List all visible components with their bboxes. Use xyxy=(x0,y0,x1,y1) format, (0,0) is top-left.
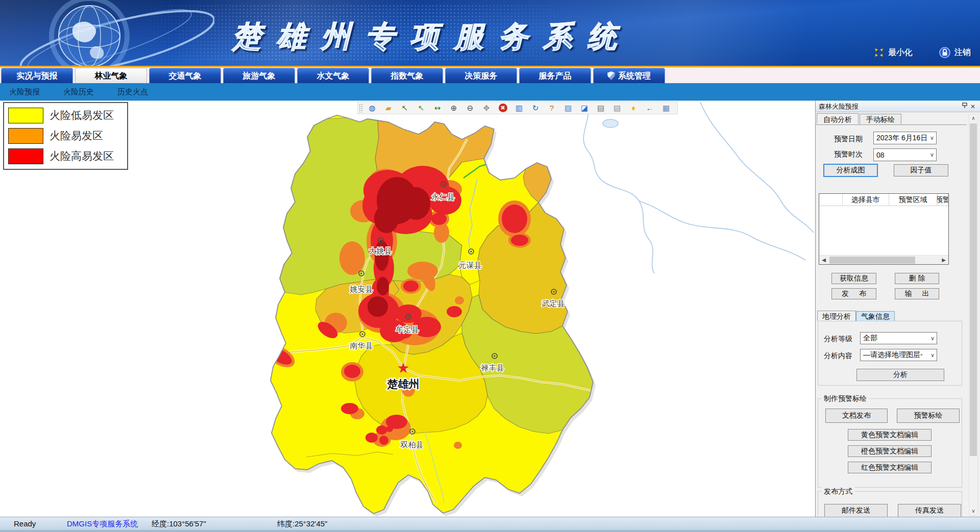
publish-button[interactable]: 发 布 xyxy=(831,288,876,299)
print-setup-icon[interactable]: ▤ xyxy=(609,103,625,113)
chevron-down-icon: ∨ xyxy=(928,135,936,141)
yellow-warning-doc-button[interactable]: 黄色预警文档编辑 xyxy=(848,429,932,441)
red-warning-doc-button[interactable]: 红色预警文档编辑 xyxy=(848,462,932,473)
pin-marker-icon[interactable]: ♦ xyxy=(625,103,642,113)
scroll-thumb[interactable] xyxy=(829,257,915,264)
panel-tab-strip: 自动分析手动标绘 xyxy=(817,114,902,124)
stop-icon[interactable]: ✖ xyxy=(495,103,511,113)
get-info-button[interactable]: 获取信息 xyxy=(831,273,876,284)
nav-tab-林业气象[interactable]: 林业气象 xyxy=(75,68,147,83)
factor-value-button[interactable]: 因子值 xyxy=(894,164,948,176)
panel-tab-手动标绘[interactable]: 手动标绘 xyxy=(860,114,901,124)
map-window-icon: ▥ xyxy=(515,104,524,112)
export-button[interactable]: 输 出 xyxy=(895,288,939,299)
refresh-icon[interactable]: ↻ xyxy=(527,103,544,113)
fax-send-button[interactable]: 传真发送 xyxy=(898,504,961,517)
list-column-header-预警区域[interactable]: 预警区域 xyxy=(889,194,937,206)
image-icon: ▨ xyxy=(564,104,573,112)
nav-tab-label: 服务产品 xyxy=(539,68,572,83)
warning-list-body[interactable] xyxy=(819,206,948,246)
overview-map-icon[interactable]: ▦ xyxy=(658,103,674,113)
analysis-level-label: 分析等级 xyxy=(824,335,852,344)
nav-tab-交通气象[interactable]: 交通气象 xyxy=(149,68,221,83)
nav-tab-label: 实况与预报 xyxy=(17,68,58,83)
map-window-icon[interactable]: ▥ xyxy=(511,103,527,113)
analysis-tab-地理分析[interactable]: 地理分析 xyxy=(817,311,856,321)
horizontal-scrollbar[interactable]: ◀ ▶ xyxy=(819,255,948,264)
orange-warning-doc-button[interactable]: 橙色预警文档编辑 xyxy=(848,445,932,457)
send-method-group: 发布方式 邮件发送 传真发送 xyxy=(818,491,962,517)
panel-tab-自动分析[interactable]: 自动分析 xyxy=(817,113,859,124)
warn-date-combo[interactable]: 2023年 6月16日 ∨ xyxy=(873,132,937,144)
measure-icon[interactable]: ▰ xyxy=(380,103,397,113)
warning-list[interactable]: 选择县市预警区域预警 ◀ ▶ xyxy=(819,193,949,265)
zoom-out-icon[interactable]: ⊖ xyxy=(462,103,478,113)
sub-tab-历史火点[interactable]: 历史火点 xyxy=(117,87,148,97)
zoom-in-icon[interactable]: ⊕ xyxy=(446,103,462,113)
select-arrow-icon[interactable]: ↖ xyxy=(413,103,429,113)
analysis-content-combo[interactable]: —请选择地理图层- ∨ xyxy=(860,349,937,361)
nav-tab-服务产品[interactable]: 服务产品 xyxy=(519,68,591,83)
pan-icon: ✥ xyxy=(482,104,491,112)
list-column-header[interactable] xyxy=(819,194,843,206)
back-icon[interactable]: ← xyxy=(642,103,658,113)
logout-button[interactable]: 注销 xyxy=(939,47,971,58)
county-label-南华县: 南华县 xyxy=(350,341,373,350)
scroll-right-icon[interactable]: ▶ xyxy=(939,256,948,265)
analyze-map-button[interactable]: 分析成图 xyxy=(823,164,878,177)
select-feature-icon[interactable]: ↖ xyxy=(397,103,413,113)
close-icon[interactable]: ✕ xyxy=(969,103,977,110)
nav-tab-系统管理[interactable]: 系统管理 xyxy=(593,68,665,83)
nav-tab-旅游气象[interactable]: 旅游气象 xyxy=(223,68,295,83)
panel-title: 森林火险预报 xyxy=(819,102,961,111)
sub-nav-bar: 火险预报火险历史历史火点 xyxy=(0,83,980,100)
analysis-level-combo[interactable]: 全部 ∨ xyxy=(860,332,937,344)
nav-tab-实况与预报[interactable]: 实况与预报 xyxy=(1,68,73,83)
legend-label: 火险易发区 xyxy=(50,129,103,143)
print-icon[interactable]: ▤ xyxy=(593,103,609,113)
delete-button[interactable]: 删 除 xyxy=(895,273,939,284)
globe-icon[interactable]: ◍ xyxy=(364,103,380,113)
identify-icon[interactable]: ? xyxy=(544,103,560,113)
map-viewport[interactable]: 永仁县元谋县大姚县姚安县武定县牟定县南华县禄丰县双柏县★楚雄州 ◍▰↖↖↭⊕⊖✥… xyxy=(0,100,815,517)
tab-divider xyxy=(816,124,967,125)
scroll-thumb[interactable] xyxy=(970,123,977,456)
nav-tab-水文气象[interactable]: 水文气象 xyxy=(297,68,369,83)
nav-tab-决策服务[interactable]: 决策服务 xyxy=(445,68,517,83)
legend-swatch xyxy=(8,108,43,123)
scroll-left-icon[interactable]: ◀ xyxy=(819,256,828,265)
pan-icon[interactable]: ✥ xyxy=(478,103,495,113)
minimize-button[interactable]: 最小化 xyxy=(874,47,913,58)
scroll-up-icon[interactable]: ∧ xyxy=(969,114,977,122)
status-bar: Ready DMGIS专项服务系统 经度:103°56'57" 纬度:25°32… xyxy=(0,517,980,532)
analysis-content-label: 分析内容 xyxy=(824,351,852,361)
county-label-武定县: 武定县 xyxy=(542,299,565,308)
warning-plot-button[interactable]: 预警标绘 xyxy=(897,409,960,423)
scroll-down-icon[interactable]: ∨ xyxy=(969,507,977,515)
pin-marker-icon: ♦ xyxy=(629,104,638,112)
doc-publish-button[interactable]: 文档发布 xyxy=(825,409,888,423)
analyze-button[interactable]: 分析 xyxy=(856,369,944,381)
export-map-icon[interactable]: ◪ xyxy=(576,103,593,113)
analysis-tab-气象信息[interactable]: 气象信息 xyxy=(856,311,895,321)
status-system-link[interactable]: DMGIS专项服务系统 xyxy=(67,517,138,530)
city-label-楚雄州: 楚雄州 xyxy=(387,378,420,390)
pin-icon[interactable] xyxy=(961,103,969,110)
panel-scrollbar[interactable]: ∧ ∨ xyxy=(969,114,978,516)
globe-icon: ◍ xyxy=(368,104,377,112)
geo-analysis-group: 分析等级 全部 ∨ 分析内容 —请选择地理图层- ∨ 分析 xyxy=(818,321,962,386)
sub-tab-火险历史[interactable]: 火险历史 xyxy=(63,87,94,97)
toolbar-grip[interactable] xyxy=(359,104,362,113)
legend-item: 火险易发区 xyxy=(8,128,127,144)
image-icon[interactable]: ▨ xyxy=(560,103,576,113)
select-arrow-icon: ↖ xyxy=(417,104,426,112)
lasso-select-icon[interactable]: ↭ xyxy=(429,103,446,113)
list-column-header-预警[interactable]: 预警 xyxy=(937,194,948,206)
nav-tab-指数气象[interactable]: 指数气象 xyxy=(371,68,443,83)
legend-label: 火险低易发区 xyxy=(50,108,114,122)
warn-time-combo[interactable]: 08 ∨ xyxy=(873,148,937,161)
list-column-header-选择县市[interactable]: 选择县市 xyxy=(843,194,889,206)
nav-tab-label: 决策服务 xyxy=(465,68,498,83)
sub-tab-火险预报[interactable]: 火险预报 xyxy=(9,87,40,97)
email-send-button[interactable]: 邮件发送 xyxy=(824,504,888,517)
